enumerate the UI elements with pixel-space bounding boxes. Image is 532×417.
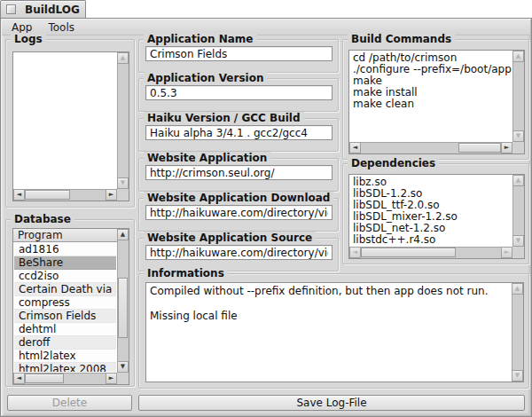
scroll-left-icon[interactable]: ◄	[13, 373, 25, 384]
website-download-group: Website Application Download	[138, 198, 339, 232]
haiku-version-label: Haiku Version / GCC Build	[144, 112, 304, 124]
build-commands-text: cd /path/to/crimson ./configure --prefix…	[350, 51, 512, 141]
scrollbar-thumb[interactable]	[458, 143, 501, 153]
scrollbar-corner	[117, 189, 129, 201]
build-commands-vertical-scrollbar[interactable]: ▲ ▼	[512, 51, 524, 142]
scroll-up-icon[interactable]: ▲	[117, 52, 129, 64]
build-commands-horizontal-scrollbar[interactable]: ◄ ►	[349, 142, 512, 153]
database-list[interactable]: Program ad1816 BeShare ccd2iso Certain D…	[12, 228, 129, 385]
logs-vertical-scrollbar[interactable]: ▲ ▼	[117, 52, 129, 189]
dependencies-vertical-scrollbar[interactable]: ▲ ▼	[512, 175, 524, 247]
main-window: App Tools Logs ▲ ▼ ◄ ► Database	[0, 18, 532, 417]
scrollbar-corner	[117, 373, 129, 384]
logs-group-label: Logs	[11, 33, 46, 45]
database-vertical-scrollbar[interactable]: ▲ ▼	[117, 229, 129, 373]
dependencies-text: libz.so libSDL-1.2.so libSDL_ttf-2.0.so …	[350, 176, 512, 246]
scroll-right-icon[interactable]: ►	[106, 373, 117, 384]
scroll-left-icon[interactable]: ◄	[349, 247, 361, 258]
logs-group: Logs ▲ ▼ ◄ ►	[5, 39, 135, 208]
informations-vertical-scrollbar[interactable]: ▲ ▼	[512, 283, 523, 382]
list-item[interactable]: Certain Death via Space	[14, 283, 116, 296]
database-rows: ad1816 BeShare ccd2iso Certain Death via…	[14, 243, 116, 372]
text-line: Missing local file	[150, 310, 508, 322]
save-logfile-button[interactable]: Save Log-File	[138, 395, 525, 411]
website-application-input[interactable]	[145, 165, 332, 180]
informations-label: Informations	[144, 267, 228, 279]
scroll-right-icon[interactable]: ►	[501, 142, 512, 153]
application-name-label: Application Name	[144, 33, 257, 45]
scroll-left-icon[interactable]: ◄	[349, 142, 361, 153]
informations-textarea[interactable]: Compiled without --prefix definition, bu…	[145, 282, 524, 382]
build-commands-textarea[interactable]: cd /path/to/crimson ./configure --prefix…	[348, 50, 525, 154]
application-version-input[interactable]	[145, 85, 332, 100]
dependencies-horizontal-scrollbar[interactable]: ◄ ►	[349, 247, 512, 258]
scroll-up-icon[interactable]: ▲	[512, 283, 523, 295]
build-commands-group: Build Commands cd /path/to/crimson ./con…	[342, 39, 529, 160]
application-version-group: Application Version	[138, 78, 339, 112]
scrollbar-thumb[interactable]	[361, 248, 456, 257]
dependencies-group: Dependencies libz.so libSDL-1.2.so libSD…	[342, 163, 529, 264]
informations-text: Compiled without --prefix definition, bu…	[147, 284, 511, 381]
dependencies-textarea[interactable]: libz.so libSDL-1.2.so libSDL_ttf-2.0.so …	[348, 174, 525, 259]
haiku-version-input[interactable]	[145, 125, 332, 140]
scroll-right-icon[interactable]: ►	[501, 247, 512, 258]
scroll-up-icon[interactable]: ▲	[512, 51, 524, 62]
list-item[interactable]: html2latex	[14, 350, 116, 363]
website-application-label: Website Application	[144, 152, 270, 164]
informations-group: Informations Compiled without --prefix d…	[138, 273, 529, 389]
scrollbar-thumb[interactable]	[118, 278, 128, 338]
website-download-label: Website Application Download	[144, 192, 333, 204]
scrollbar-thumb[interactable]	[25, 374, 64, 383]
scroll-down-icon[interactable]: ▼	[512, 235, 524, 247]
text-line: make clean	[353, 98, 509, 110]
close-icon[interactable]	[6, 4, 16, 14]
dependencies-label: Dependencies	[348, 157, 439, 169]
list-item[interactable]: compress	[14, 296, 116, 310]
scroll-down-icon[interactable]: ▼	[512, 130, 524, 142]
logs-horizontal-scrollbar[interactable]: ◄ ►	[13, 189, 117, 201]
text-line: Compiled without --prefix definition, bu…	[150, 285, 508, 297]
logs-list[interactable]: ▲ ▼ ◄ ►	[12, 51, 129, 201]
haiku-version-group: Haiku Version / GCC Build	[138, 118, 339, 152]
window-tab[interactable]: BuildLOG	[0, 0, 86, 18]
list-item[interactable]: deroff	[14, 336, 116, 350]
list-item[interactable]: ad1816	[14, 243, 116, 256]
scrollbar-corner	[512, 142, 524, 153]
screen: BuildLOG App Tools Logs ▲ ▼ ◄ ►	[0, 0, 532, 417]
list-item[interactable]: html2latex 2008	[14, 363, 116, 372]
website-application-group: Website Application	[138, 158, 339, 192]
text-line	[150, 297, 508, 310]
scrollbar-thumb[interactable]	[25, 190, 70, 200]
database-column-header[interactable]: Program	[13, 229, 129, 242]
scroll-down-icon[interactable]: ▼	[117, 361, 129, 373]
scroll-right-icon[interactable]: ►	[106, 189, 117, 201]
application-name-input[interactable]	[145, 46, 332, 61]
scrollbar-corner	[512, 247, 524, 258]
website-download-input[interactable]	[145, 205, 332, 220]
scroll-left-icon[interactable]: ◄	[13, 189, 25, 201]
scroll-up-icon[interactable]: ▲	[512, 175, 524, 186]
application-version-label: Application Version	[144, 72, 267, 84]
website-source-label: Website Application Source	[144, 232, 316, 244]
list-item-selected[interactable]: BeShare	[14, 256, 116, 270]
scroll-up-icon[interactable]: ▲	[117, 229, 129, 240]
list-item[interactable]: ccd2iso	[14, 270, 116, 283]
database-horizontal-scrollbar[interactable]: ◄ ►	[13, 373, 117, 384]
menu-app[interactable]: App	[10, 21, 34, 34]
database-group: Database Program ad1816 BeShare ccd2iso …	[5, 219, 135, 387]
scroll-down-icon[interactable]: ▼	[117, 177, 129, 189]
menu-tools[interactable]: Tools	[46, 21, 76, 34]
scroll-down-icon[interactable]: ▼	[512, 370, 523, 382]
website-source-input[interactable]	[145, 245, 332, 260]
application-name-group: Application Name	[138, 39, 339, 73]
database-group-label: Database	[11, 213, 74, 225]
build-commands-label: Build Commands	[348, 33, 455, 45]
window-title: BuildLOG	[25, 4, 80, 16]
delete-button[interactable]: Delete	[7, 395, 132, 411]
list-item[interactable]: dehtml	[14, 323, 116, 336]
list-item[interactable]: Crimson Fields	[14, 310, 116, 323]
